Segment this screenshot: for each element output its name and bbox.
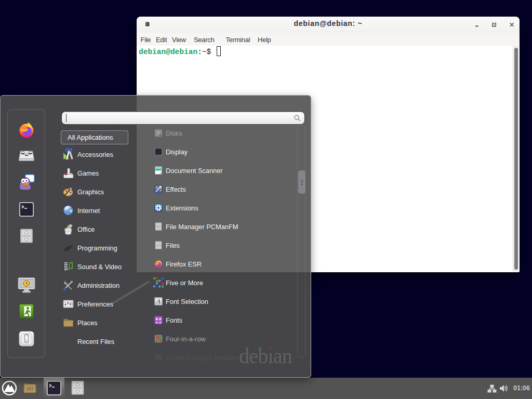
svg-text:a: a (156, 320, 158, 324)
svg-text:A: A (156, 298, 161, 305)
svg-text:a: a (159, 320, 161, 324)
